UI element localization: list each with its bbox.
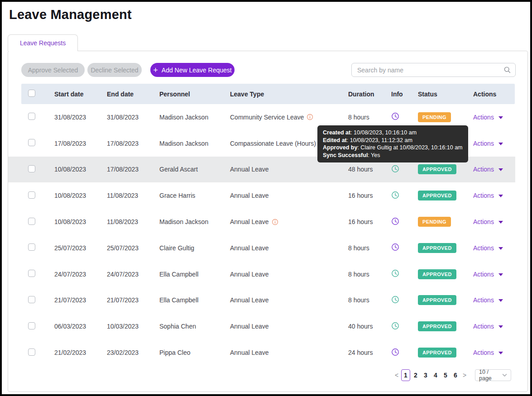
info-icon[interactable]: [272, 219, 278, 225]
row-checkbox[interactable]: [28, 191, 35, 199]
row-checkbox[interactable]: [28, 296, 35, 303]
select-all-cell: [21, 90, 54, 98]
actions-cell: Actions: [473, 323, 515, 330]
actions-dropdown[interactable]: Actions: [473, 349, 503, 356]
add-new-leave-request-button[interactable]: + Add New Leave Request: [150, 63, 235, 77]
row-checkbox[interactable]: [28, 243, 35, 251]
row-checkbox[interactable]: [28, 113, 35, 120]
pagination-page-3[interactable]: 3: [421, 369, 430, 381]
caret-down-icon: [498, 143, 503, 145]
actions-dropdown[interactable]: Actions: [473, 114, 503, 121]
status-badge: APPROVED: [418, 191, 456, 200]
actions-dropdown[interactable]: Actions: [473, 218, 503, 225]
actions-dropdown[interactable]: Actions: [473, 271, 503, 278]
clock-icon[interactable]: [391, 191, 399, 199]
row-checkbox[interactable]: [28, 218, 35, 225]
col-header-duration: Duration: [348, 91, 391, 98]
decline-selected-button[interactable]: Decline Selected: [87, 63, 142, 77]
actions-dropdown[interactable]: Actions: [473, 244, 503, 252]
info-icon[interactable]: [307, 114, 313, 120]
pagination-prev[interactable]: <: [393, 372, 401, 379]
info-cell: [391, 269, 418, 279]
pagination-page-1[interactable]: 1: [401, 369, 410, 381]
personnel-cell: Ella Campbell: [159, 296, 230, 304]
caret-down-icon: [498, 352, 503, 354]
tooltip-line: Created at: 10/08/2023, 10:16:10 am: [323, 129, 463, 137]
pagination-page-4[interactable]: 4: [431, 369, 440, 381]
leave-type-label: Annual Leave: [230, 296, 269, 304]
table-row: 10/08/202311/08/2023Madison JacksonAnnua…: [8, 209, 515, 235]
approve-selected-label: Approve Selected: [28, 67, 78, 74]
actions-dropdown[interactable]: Actions: [473, 166, 503, 173]
search-container: [351, 63, 516, 77]
status-cell: APPROVED: [418, 243, 473, 253]
status-badge: APPROVED: [418, 164, 456, 174]
leave-type-cell: Community Service Leave: [230, 114, 348, 121]
caret-down-icon: [498, 168, 503, 171]
page-size-select[interactable]: 10 / page: [475, 369, 511, 381]
clock-icon[interactable]: [391, 322, 399, 330]
status-cell: APPROVED: [418, 269, 473, 279]
clock-icon[interactable]: [391, 165, 399, 173]
table-row: 21/02/202323/02/2023Pippa CleoAnnual Lea…: [8, 339, 515, 366]
end-date-cell: 11/08/2023: [107, 218, 159, 225]
table-row: 10/08/202311/08/2023Grace HarrisAnnual L…: [8, 182, 515, 209]
actions-dropdown[interactable]: Actions: [473, 192, 503, 199]
checkbox-cell: [21, 243, 54, 252]
leave-type-cell: Annual Leave: [230, 192, 348, 199]
row-checkbox[interactable]: [28, 348, 35, 356]
leave-type-label: Annual Leave: [230, 192, 269, 199]
chevron-down-icon: [502, 372, 507, 378]
clock-icon[interactable]: [391, 348, 399, 356]
actions-cell: Actions: [473, 296, 515, 304]
end-date-cell: 11/08/2023: [107, 192, 159, 199]
personnel-cell: Ella Campbell: [159, 271, 230, 278]
checkbox-cell: [21, 113, 54, 121]
leave-type-cell: Annual Leave: [230, 349, 348, 356]
actions-label: Actions: [473, 140, 494, 147]
status-cell: APPROVED: [418, 321, 473, 331]
pagination-page-2[interactable]: 2: [411, 369, 420, 381]
actions-cell: Actions: [473, 140, 515, 147]
actions-dropdown[interactable]: Actions: [473, 296, 503, 304]
tab-label: Leave Requests: [20, 39, 66, 47]
plus-icon: +: [153, 66, 158, 74]
caret-down-icon: [498, 116, 503, 119]
table-row: 25/07/202325/07/2023Claire GultigAnnual …: [8, 235, 515, 261]
start-date-cell: 06/03/2023: [54, 323, 107, 330]
table-row: 24/07/202324/07/2023Ella CampbellAnnual …: [8, 261, 515, 287]
tooltip-line: Sync Successful: Yes: [323, 152, 463, 159]
leave-management-page: { "page": { "title": "Leave Management" …: [0, 0, 532, 396]
clock-icon[interactable]: [391, 217, 399, 225]
actions-dropdown[interactable]: Actions: [473, 140, 503, 147]
checkbox-cell: [21, 191, 54, 200]
status-cell: APPROVED: [418, 348, 473, 358]
approve-selected-button[interactable]: Approve Selected: [21, 63, 85, 77]
leave-type-cell: Annual Leave: [230, 323, 348, 330]
clock-icon[interactable]: [391, 296, 399, 304]
end-date-cell: 17/08/2023: [107, 166, 159, 173]
pagination-page-5[interactable]: 5: [441, 369, 450, 381]
clock-icon[interactable]: [391, 112, 399, 120]
select-all-checkbox[interactable]: [28, 90, 35, 97]
duration-cell: 16 hours: [348, 218, 391, 225]
search-input[interactable]: [351, 63, 516, 77]
clock-icon[interactable]: [391, 269, 399, 277]
row-checkbox[interactable]: [28, 322, 35, 329]
row-checkbox[interactable]: [28, 270, 35, 277]
pagination-page-6[interactable]: 6: [451, 369, 460, 381]
actions-cell: Actions: [473, 166, 515, 173]
pagination-next[interactable]: >: [460, 372, 469, 379]
actions-label: Actions: [473, 296, 494, 304]
info-cell: [391, 112, 418, 122]
actions-dropdown[interactable]: Actions: [473, 323, 503, 330]
actions-label: Actions: [473, 114, 494, 121]
row-checkbox[interactable]: [28, 165, 35, 172]
clock-icon[interactable]: [391, 243, 399, 251]
actions-cell: Actions: [473, 244, 515, 252]
start-date-cell: 10/08/2023: [54, 192, 107, 199]
tab-leave-requests[interactable]: Leave Requests: [8, 34, 78, 51]
leave-type-label: Community Service Leave: [230, 114, 304, 121]
caret-down-icon: [498, 299, 503, 302]
row-checkbox[interactable]: [28, 139, 35, 146]
